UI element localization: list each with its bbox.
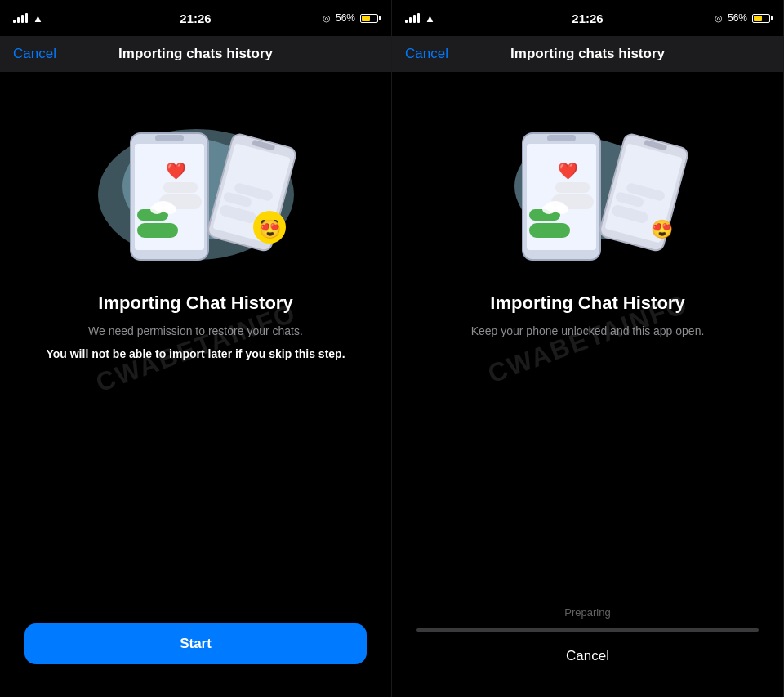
status-right-2: ◎ 56% (715, 12, 770, 24)
battery-percent-1: 56% (336, 12, 355, 24)
signal-icon-2 (405, 13, 420, 23)
nav-title-2: Importing chats history (510, 46, 665, 62)
cancel-button-2[interactable]: Cancel (566, 648, 609, 664)
signal-icon (13, 13, 28, 23)
svg-rect-25 (529, 223, 570, 238)
status-left-2: ▲ (405, 12, 435, 25)
svg-rect-28 (555, 182, 590, 193)
nav-bar-2: Cancel Importing chats history (392, 36, 783, 72)
battery-percent-2: 56% (728, 12, 747, 24)
svg-point-11 (163, 204, 176, 214)
time-2: 21:26 (572, 11, 603, 25)
progress-bar (416, 628, 759, 632)
svg-point-32 (555, 204, 568, 214)
nav-bar-1: Cancel Importing chats history (0, 36, 391, 72)
location-icon: ◎ (323, 13, 331, 24)
subtitle-2: Keep your phone unlocked and this app op… (471, 324, 705, 340)
illustration-1: ❤️ (82, 88, 310, 268)
battery-icon-1 (360, 14, 378, 23)
status-left-1: ▲ (13, 12, 43, 25)
subtitle-1: We need permission to restore your chats… (88, 324, 303, 340)
svg-text:😍: 😍 (258, 218, 281, 240)
screen-2: ▲ 21:26 ◎ 56% Cancel Importing chats his… (392, 0, 784, 697)
main-title-1: Importing Chat History (98, 293, 292, 314)
svg-rect-3 (155, 135, 184, 141)
cancel-button-nav-2[interactable]: Cancel (405, 46, 448, 62)
svg-point-10 (150, 204, 163, 214)
status-bar-1: ▲ 21:26 ◎ 56% (0, 0, 391, 36)
screen-1: ▲ 21:26 ◎ 56% Cancel Importing chats his… (0, 0, 392, 697)
start-button[interactable]: Start (24, 623, 367, 664)
svg-rect-7 (163, 182, 198, 193)
wifi-icon: ▲ (33, 12, 43, 25)
battery-icon-2 (752, 14, 770, 23)
preparing-label: Preparing (564, 606, 610, 619)
svg-text:❤️: ❤️ (165, 161, 185, 181)
svg-text:😍: 😍 (650, 218, 673, 240)
cancel-button-1[interactable]: Cancel (13, 46, 56, 62)
time-1: 21:26 (180, 11, 211, 25)
status-bar-2: ▲ 21:26 ◎ 56% (392, 0, 783, 36)
illustration-2: ❤️ 😍 (474, 88, 702, 268)
svg-text:❤️: ❤️ (557, 161, 577, 181)
content-2: ❤️ 😍 Importing Chat History (392, 72, 783, 606)
main-title-2: Importing Chat History (490, 293, 684, 314)
svg-rect-4 (137, 223, 178, 238)
status-right-1: ◎ 56% (323, 12, 378, 24)
location-icon-2: ◎ (715, 13, 723, 24)
warning-text-1: You will not be able to import later if … (46, 346, 345, 363)
svg-point-31 (542, 204, 555, 214)
nav-title-1: Importing chats history (118, 46, 273, 62)
content-1: ❤️ (0, 72, 391, 623)
wifi-icon-2: ▲ (425, 12, 435, 25)
svg-rect-24 (547, 135, 576, 141)
preparing-area: Preparing Cancel (392, 606, 783, 697)
bottom-area-1: Start (0, 623, 391, 697)
